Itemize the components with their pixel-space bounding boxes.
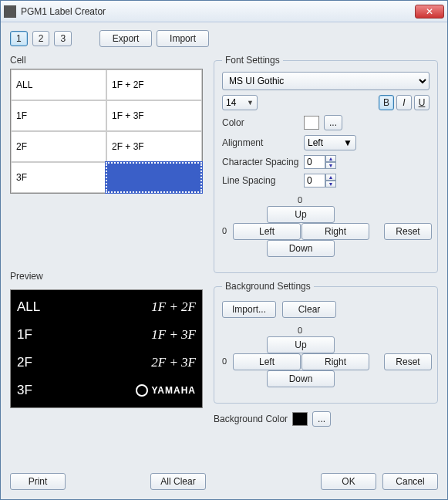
top-toolbar: 1 2 3 Export Import (10, 30, 438, 47)
chevron-down-icon: ▼ (247, 99, 254, 106)
charspace-input[interactable] (304, 155, 325, 169)
preview-1-l: 1F (17, 327, 151, 343)
spin-up-icon[interactable]: ▲ (325, 174, 336, 181)
font-offset-x: 0 (222, 226, 227, 235)
footer: Print All Clear OK Cancel (10, 473, 438, 490)
bg-color-label: Background Color (214, 414, 288, 424)
font-offset-y: 0 (298, 195, 302, 204)
linespace-input[interactable] (304, 174, 325, 188)
linespace-label: Line Spacing (222, 175, 299, 186)
cell-1-0[interactable]: 1F (11, 100, 106, 131)
bg-dpad: 0 0 Up Left Right Down Reset (222, 326, 429, 395)
font-color-picker-button[interactable]: ... (324, 115, 342, 130)
app-icon (4, 5, 16, 18)
tab-3-button[interactable]: 3 (54, 31, 72, 46)
spin-up-icon[interactable]: ▲ (325, 155, 336, 162)
alignment-select[interactable]: Left▼ (304, 135, 356, 150)
charspace-label: Character Spacing (222, 157, 299, 167)
preview-3-l: 3F (17, 383, 136, 398)
bg-left-button[interactable]: Left (233, 353, 301, 370)
preview-1-r: 1F + 3F (151, 327, 196, 343)
alignment-label: Alignment (222, 137, 299, 148)
bg-up-button[interactable]: Up (267, 336, 335, 353)
cell-0-0[interactable]: ALL (11, 69, 106, 100)
preview-0-r: 1F + 2F (151, 299, 196, 315)
print-button[interactable]: Print (10, 473, 66, 490)
font-dpad: 0 0 Up Left Right Down Reset (222, 195, 429, 265)
font-family-select[interactable]: MS UI Gothic (222, 72, 429, 90)
bg-import-button[interactable]: Import... (222, 301, 276, 318)
window-title: PGM1 Label Creator (21, 6, 415, 17)
preview-2-l: 2F (17, 355, 151, 370)
cell-2-0[interactable]: 2F (11, 131, 106, 162)
cell-3-1[interactable] (106, 162, 202, 193)
font-right-button[interactable]: Right (301, 223, 369, 240)
chevron-down-icon: ▼ (343, 137, 352, 148)
tab-2-button[interactable]: 2 (32, 31, 50, 46)
cell-1-1[interactable]: 1F + 3F (106, 100, 202, 131)
charspace-spinner[interactable]: ▲▼ (304, 155, 336, 169)
bold-button[interactable]: B (379, 95, 394, 110)
import-button[interactable]: Import (157, 30, 209, 47)
font-color-label: Color (222, 117, 299, 128)
yamaha-mark-icon (136, 384, 148, 397)
bg-legend: Background Settings (222, 281, 314, 292)
cell-label: Cell (10, 55, 203, 66)
preview-label: Preview (10, 271, 203, 282)
spin-down-icon[interactable]: ▼ (325, 181, 336, 188)
titlebar: PGM1 Label Creator ✕ (1, 1, 447, 22)
all-clear-button[interactable]: All Clear (150, 473, 206, 490)
yamaha-logo: YAMAHA (136, 384, 196, 397)
underline-button[interactable]: U (414, 95, 429, 110)
bg-right-button[interactable]: Right (301, 353, 369, 370)
font-color-swatch[interactable] (304, 116, 319, 130)
font-size-select[interactable]: 14▼ (222, 95, 258, 110)
yamaha-text: YAMAHA (151, 385, 196, 396)
tab-1-button[interactable]: 1 (10, 31, 28, 46)
cell-0-1[interactable]: 1F + 2F (106, 69, 202, 100)
cell-2-1[interactable]: 2F + 3F (106, 131, 202, 162)
bg-reset-button[interactable]: Reset (384, 353, 432, 370)
close-button[interactable]: ✕ (415, 5, 444, 19)
font-up-button[interactable]: Up (267, 206, 335, 223)
preview-2-r: 2F + 3F (151, 355, 196, 370)
bg-color-swatch[interactable] (292, 412, 308, 426)
preview-panel: ALL 1F + 2F 1F 1F + 3F 2F 2F + 3F 3F (10, 289, 203, 408)
bg-clear-button[interactable]: Clear (282, 301, 336, 318)
font-legend: Font Settings (222, 55, 283, 66)
linespace-spinner[interactable]: ▲▼ (304, 174, 336, 188)
cell-3-0[interactable]: 3F (11, 162, 106, 193)
cancel-button[interactable]: Cancel (382, 473, 438, 490)
close-icon: ✕ (426, 6, 433, 17)
background-settings-group: Background Settings Import... Clear 0 0 … (214, 281, 438, 404)
app-window: PGM1 Label Creator ✕ 1 2 3 Export Import… (0, 0, 448, 500)
export-button[interactable]: Export (99, 30, 152, 47)
font-down-button[interactable]: Down (267, 240, 335, 257)
bg-down-button[interactable]: Down (267, 370, 335, 387)
cell-grid: ALL 1F + 2F 1F 1F + 3F 2F 2F + 3F 3F (10, 69, 203, 194)
ok-button[interactable]: OK (321, 473, 376, 490)
preview-0-l: ALL (17, 299, 151, 315)
font-reset-button[interactable]: Reset (384, 223, 432, 240)
font-settings-group: Font Settings MS UI Gothic 14▼ B I U (214, 55, 438, 273)
bg-offset-y: 0 (298, 326, 302, 335)
bg-offset-x: 0 (222, 356, 227, 366)
font-left-button[interactable]: Left (233, 223, 301, 240)
spin-down-icon[interactable]: ▼ (325, 162, 336, 169)
italic-button[interactable]: I (396, 95, 412, 110)
bg-color-picker-button[interactable]: ... (312, 411, 331, 427)
